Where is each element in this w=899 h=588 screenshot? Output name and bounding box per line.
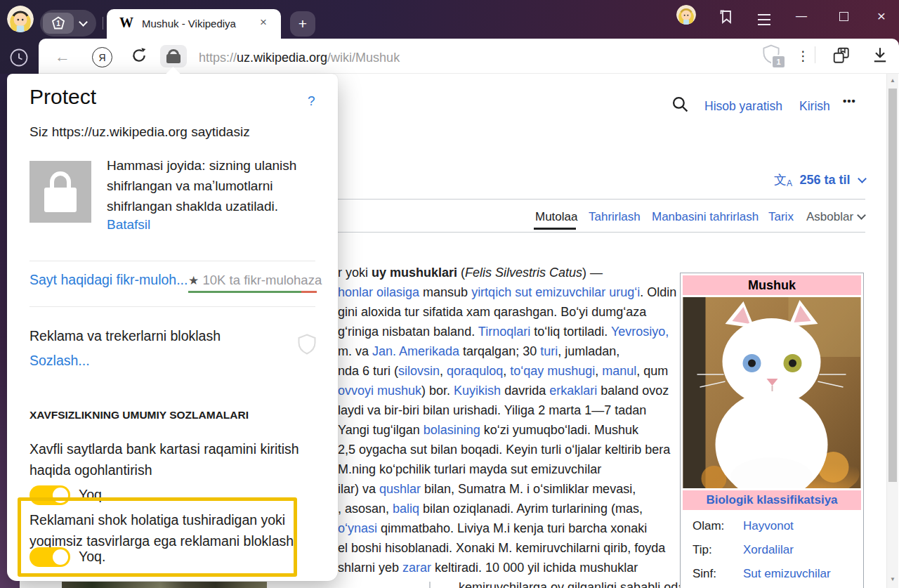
security-section-header: XAVFSIZLIKNING UMUMIY SOZLAMALARI [29,409,249,422]
article-link[interactable]: manul [602,364,636,378]
infobox-row-value-link[interactable]: Sut emizuvchilar [743,567,831,580]
article-line: honlar oilasiga mansub yirtqich sut emiz… [338,282,676,302]
article-link[interactable]: Kuyikish [454,384,501,398]
lock-icon [166,54,181,63]
article-link[interactable]: bolasining [424,423,480,437]
window-close-button[interactable]: × [871,6,892,27]
tab-title: Mushuk - Vikipediya [142,18,236,30]
wiki-tab-tahrirlash[interactable]: Tahrirlash [589,210,641,224]
article-text-segment: Yangi tugʻilgan [338,423,424,437]
article-link[interactable]: zarar [402,561,431,575]
article-link[interactable]: qushlar [379,482,421,496]
protect-shield-button[interactable]: 1 [763,44,787,68]
browser-menu-button[interactable] [756,11,773,31]
rating-count-label: 10K ta fikr-mulohaza [203,273,322,287]
active-tab-underline [534,228,576,230]
article-text-segment: toʻliq tortiladi. [530,325,611,339]
details-link[interactable]: Batafsil [107,217,150,233]
infobox-row-label: Tip: [693,538,743,562]
thumb-border-fragment [429,582,431,588]
minimize-button[interactable]: — [791,6,812,27]
article-text-segment: ) — [582,266,603,280]
active-tab[interactable]: W Mushuk - Vikipediya × [107,9,281,39]
bookmarks-button[interactable] [718,8,735,28]
infobox-row-value-link[interactable]: Hayvonot [743,519,794,533]
history-sidebar-button[interactable] [9,48,29,70]
chevron-down-icon[interactable] [79,18,88,27]
tab-separator [103,17,103,30]
article-link[interactable]: Tirnoqlari [478,325,530,339]
article-line: laydi va bir-biri bilan urishadi. Yiliga… [338,400,646,420]
wiki-tab-asboblar[interactable]: Asboblar [806,210,865,224]
maximize-button[interactable] [833,6,854,27]
chevron-down-icon [857,211,866,220]
reload-button[interactable] [131,47,147,67]
configure-link[interactable]: Sozlash... [29,353,90,369]
article-text-segment: m. va [338,344,372,358]
url-scheme: https:// [199,51,237,65]
article-text-segment: 2,5 oygacha sut bilan boqadi. Keyin turl… [338,443,670,457]
help-link[interactable]: ? [308,93,315,109]
article-link[interactable]: Yevrosiyo, [611,325,669,339]
tab-counter-button[interactable]: 1 [43,13,74,34]
downloads-button[interactable] [872,46,888,66]
infobox-row: Tip:Xordalilar [683,538,861,562]
article-link[interactable]: erkaklari [549,384,597,398]
article-link[interactable]: Jan. Amerikada [372,344,459,358]
page-scrollbar[interactable]: ▲ ▼ [886,74,898,588]
article-text-segment: ( [457,266,465,280]
site-security-chip[interactable] [160,45,187,67]
article-text-segment: . Oldin [640,285,676,299]
article-link[interactable]: toʻqay mushugi [510,364,595,378]
hamburger-icon [756,11,773,28]
article-link[interactable]: turi [540,344,558,358]
wiki-search-button[interactable] [671,96,689,116]
shield-outline-icon [298,334,316,355]
article-link[interactable]: baliq [393,502,419,516]
sync-avatar[interactable] [676,5,696,25]
wiki-language-button[interactable]: 文A 256 ta til [632,171,865,188]
new-tab-button[interactable]: + [290,11,315,37]
tab-close-icon[interactable]: × [260,15,267,30]
yandex-services-button[interactable]: Я [92,47,112,67]
infobox: Mushuk [680,273,864,588]
article-link[interactable]: silovsin [398,364,440,378]
article-link[interactable]: yirtqich sut emizuvchilar urugʻi [471,285,640,299]
wiki-tab-mutolaa[interactable]: Mutolaa [535,210,577,224]
infobox-classification-header: Biologik klassifikatsiya [683,490,861,510]
scrollbar-thumb[interactable] [888,89,897,482]
header-divider [323,199,865,200]
wiki-tab-manbasini-tahrirlash[interactable]: Manbasini tahrirlash [652,210,759,224]
scrollbar-down-arrow[interactable]: ▼ [887,573,898,585]
wiki-more-menu[interactable]: ••• [843,95,856,107]
article-line: M.ning koʻpchilik turlari mayda sut emiz… [338,459,601,479]
article-text-segment: Felis Silvestris Catus [465,266,582,280]
shock-ads-toggle[interactable] [29,547,70,567]
bank-warning-label: Xavfli saytlarda bank kartasi raqamini k… [29,438,329,481]
back-button[interactable]: ← [55,48,70,66]
article-link[interactable]: honlar oilasiga [338,285,419,299]
article-text-segment: mansub [419,285,471,299]
profile-avatar[interactable] [7,6,34,32]
article-line: r yoki uy mushuklari (Felis Silvestris C… [338,263,603,282]
article-line: nda 6 turi (silovsin, qoraquloq, toʻqay … [338,361,668,381]
tab-group-pill[interactable]: 1 [40,10,96,37]
article-text-segment: shlarni yeb [338,561,402,575]
page-menu-button[interactable]: ⋮ [796,48,810,64]
language-icon: 文A [774,174,792,186]
article-text-segment: uy mushuklari [372,266,457,280]
toggle-knob [53,549,68,565]
wiki-create-account-link[interactable]: Hisob yaratish [704,99,782,114]
collections-button[interactable] [832,46,851,67]
article-link[interactable]: ovvoyi mushuk [338,384,421,398]
site-feedback-link[interactable]: Sayt haqidagi fikr-muloh... [29,272,188,288]
article-link[interactable]: qoraquloq [447,364,503,378]
wiki-tab-tarix[interactable]: Tarix [768,210,794,224]
infobox-row-value-link[interactable]: Xordalilar [743,543,794,556]
article-link[interactable]: oʻynasi [338,521,377,535]
wiki-login-link[interactable]: Kirish [799,99,830,114]
protect-panel: Protect ? Siz https://uz.wikipedia.org s… [7,74,338,581]
star-icon: ★ [188,274,199,287]
scrollbar-up-arrow[interactable]: ▲ [887,74,898,86]
url-bar[interactable]: https://uz.wikipedia.org/wiki/Mushuk [199,51,400,65]
